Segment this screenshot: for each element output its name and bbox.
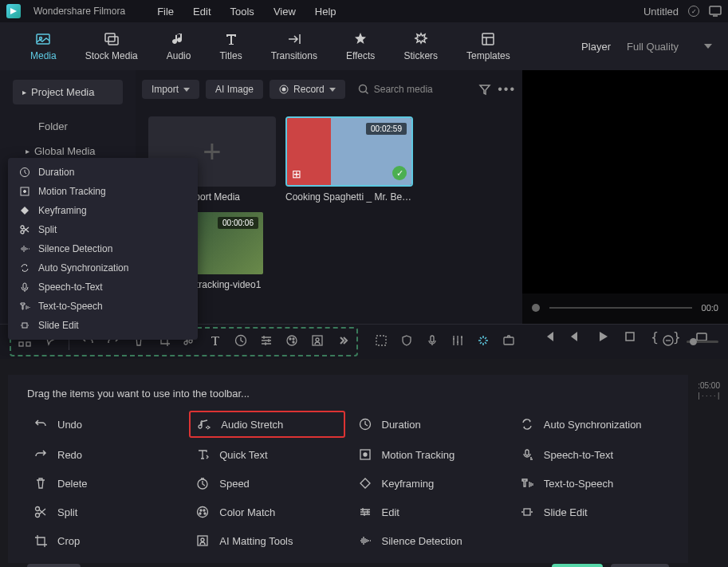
ctx-motion-tracking[interactable]: Motion Tracking (8, 182, 198, 201)
tab-audio[interactable]: Audio (152, 25, 206, 68)
cust-motion-tracking[interactable]: Motion Tracking (352, 443, 507, 467)
scrub-playhead[interactable] (532, 304, 540, 312)
mark-in-icon[interactable]: { (651, 329, 659, 345)
cust-silence-detection[interactable]: Silence Detection (352, 529, 507, 553)
ai-image-btn[interactable]: AI Image (206, 80, 263, 99)
tl-color-icon[interactable] (285, 333, 299, 350)
tl-adjust-icon[interactable] (259, 333, 273, 350)
tl-more-icon[interactable] (336, 333, 350, 350)
cust-speech-to-text[interactable]: Speech-to-Text (514, 443, 669, 467)
ctx-text-to-speech[interactable]: Text-to-Speech (8, 297, 198, 316)
tl-zoom-slider[interactable] (687, 341, 718, 343)
preview-video[interactable] (522, 70, 728, 293)
svg-rect-3 (105, 33, 115, 41)
filter-icon[interactable] (478, 83, 491, 96)
step-back-icon[interactable] (569, 330, 582, 343)
media-item-2[interactable]: 00:00:06 -tracking-video1 (148, 212, 510, 290)
cust-ai-matting[interactable]: AI Matting Tools (189, 529, 344, 553)
menu-edit[interactable]: Edit (193, 6, 211, 18)
tl-speed-icon[interactable] (234, 333, 248, 350)
media-toolbar: Import AI Image Record Search media ••• (136, 75, 522, 104)
ctx-split[interactable]: Split (8, 220, 198, 239)
ctx-silence-detection[interactable]: Silence Detection (8, 239, 198, 258)
svg-point-8 (359, 85, 366, 93)
svg-rect-21 (26, 342, 30, 346)
import-btn[interactable]: Import (142, 80, 199, 99)
svg-point-44 (199, 513, 201, 514)
svg-point-42 (203, 510, 205, 511)
sidebar-folder[interactable]: Folder (0, 114, 136, 139)
tl-auto-icon[interactable] (476, 333, 490, 350)
record-btn[interactable]: Record (270, 80, 345, 99)
app-logo (6, 4, 21, 18)
saved-icon: ✓ (688, 6, 699, 17)
tab-transitions[interactable]: Transitions (257, 25, 332, 68)
cust-audio-stretch[interactable]: Audio Stretch (189, 411, 344, 438)
cust-color-match[interactable]: Color Match (189, 500, 344, 524)
reset-button[interactable]: Reset (27, 564, 81, 567)
quality-dropdown[interactable]: Full Quality (627, 41, 712, 53)
tl-mic-icon[interactable] (425, 333, 439, 350)
tl-matting-icon[interactable] (310, 333, 325, 350)
svg-rect-30 (431, 336, 434, 342)
ctx-duration[interactable]: Duration (8, 163, 198, 182)
scrub-bar[interactable] (549, 307, 692, 309)
svg-point-28 (316, 338, 319, 341)
ctx-slide-edit[interactable]: Slide Edit (8, 316, 198, 335)
tab-stock-media[interactable]: Stock Media (71, 25, 152, 68)
tl-capture-icon[interactable] (502, 333, 516, 350)
tl-text-icon[interactable] (208, 333, 222, 350)
main-tabs: Media Stock Media Audio Titles Transitio… (0, 22, 728, 70)
tl-shield-icon[interactable] (399, 333, 414, 350)
stop-icon[interactable] (624, 330, 636, 343)
cust-crop[interactable]: Crop (27, 529, 183, 553)
svg-rect-20 (19, 342, 23, 346)
svg-point-24 (289, 338, 291, 340)
svg-point-43 (204, 513, 206, 514)
menu-view[interactable]: View (273, 6, 296, 18)
svg-point-2 (40, 37, 42, 40)
cancel-button[interactable]: Cancel (611, 564, 669, 567)
cust-edit[interactable]: Edit (352, 500, 507, 524)
customize-title: Drag the items you want to use into the … (27, 388, 669, 400)
search-media[interactable]: Search media (358, 84, 470, 95)
cust-speed[interactable]: Speed (189, 471, 344, 495)
display-icon[interactable] (709, 6, 722, 17)
svg-point-23 (287, 336, 297, 345)
cust-text-to-speech[interactable]: Text-to-Speech (514, 471, 669, 495)
cust-quick-text[interactable]: Quick Text (189, 443, 344, 467)
save-button[interactable]: Save (552, 564, 602, 567)
cust-duration[interactable]: Duration (352, 411, 507, 438)
cust-undo[interactable]: Undo (27, 411, 183, 438)
svg-point-40 (198, 507, 208, 518)
play-icon[interactable] (596, 330, 609, 343)
cust-keyframing[interactable]: Keyframing (352, 471, 507, 495)
cust-auto-sync[interactable]: Auto Synchronization (514, 411, 669, 438)
cust-slide-edit[interactable]: Slide Edit (514, 500, 669, 524)
media-item-1[interactable]: 00:02:59⊞✓ Cooking Spaghetti _ Mr. Bea..… (285, 116, 413, 203)
tab-stickers[interactable]: Stickers (389, 25, 452, 68)
tl-marker-icon[interactable] (374, 333, 388, 350)
tab-media[interactable]: Media (16, 25, 71, 68)
ctx-auto-sync[interactable]: Auto Synchronization (8, 258, 198, 278)
svg-rect-16 (23, 283, 26, 289)
project-media-btn[interactable]: ▸Project Media (13, 80, 123, 104)
cust-split[interactable]: Split (27, 500, 183, 524)
tab-templates[interactable]: Templates (452, 25, 525, 68)
cust-delete[interactable]: Delete (27, 471, 183, 495)
svg-rect-10 (697, 333, 706, 341)
tl-mixer-icon[interactable] (451, 333, 465, 350)
more-icon[interactable]: ••• (498, 82, 516, 96)
menu-help[interactable]: Help (315, 6, 336, 18)
menu-bar: File Edit Tools View Help (157, 6, 336, 18)
cust-redo[interactable]: Redo (27, 443, 183, 467)
ctx-speech-to-text[interactable]: Speech-to-Text (8, 278, 198, 297)
tab-titles[interactable]: Titles (205, 25, 256, 68)
preview-panel: 00:0 { } (522, 70, 728, 324)
tab-effects[interactable]: Effects (332, 25, 389, 68)
mark-out-icon[interactable]: } (673, 329, 681, 345)
ctx-keyframing[interactable]: Keyframing (8, 201, 198, 220)
menu-file[interactable]: File (157, 6, 174, 18)
prev-frame-icon[interactable] (542, 330, 555, 343)
menu-tools[interactable]: Tools (230, 6, 254, 18)
